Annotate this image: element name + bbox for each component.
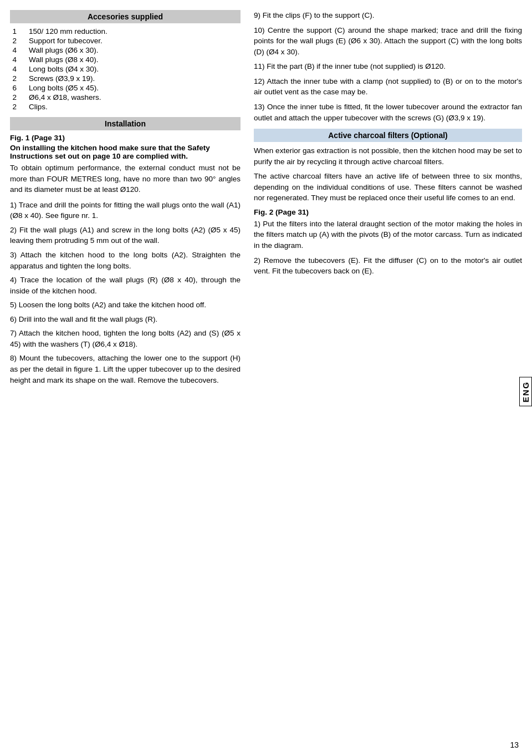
accessory-item: Clips. (27, 102, 241, 111)
accessory-row: 1150/ 120 mm reduction. (10, 27, 241, 36)
accessories-table: 1150/ 120 mm reduction.2Support for tube… (10, 27, 241, 111)
installation-header: Installation (10, 117, 241, 130)
accessory-qty: 4 (10, 55, 27, 64)
right-step-paragraph: 9) Fit the clips (F) to the support (C). (254, 10, 522, 21)
accessory-item: Long bolts (Ø4 x 30). (27, 64, 241, 74)
accessory-row: 4Wall plugs (Ø6 x 30). (10, 45, 241, 55)
accessory-qty: 4 (10, 45, 27, 55)
fig2-step-paragraph: 2) Remove the tubecovers (E). Fit the di… (254, 255, 522, 277)
right-step-paragraph: 13) Once the inner tube is fitted, fit t… (254, 102, 522, 123)
right-step-paragraph: 11) Fit the part (B) if the inner tube (… (254, 61, 522, 72)
accessory-qty: 2 (10, 102, 27, 111)
accessory-row: 4Wall plugs (Ø8 x 40). (10, 55, 241, 64)
fig2-step-paragraph: 1) Put the filters into the lateral drau… (254, 219, 522, 251)
fig1-normal-text: To obtain optimum performance, the exter… (10, 163, 241, 195)
accessory-row: 4Long bolts (Ø4 x 30). (10, 64, 241, 74)
accessories-header: Accesories supplied (10, 10, 241, 23)
step-paragraph: 6) Drill into the wall and fit the wall … (10, 314, 241, 325)
charcoal-para2: The active charcoal filters have an acti… (254, 171, 522, 204)
accessory-qty: 4 (10, 64, 27, 74)
right-step-paragraph: 10) Centre the support (C) around the sh… (254, 25, 522, 58)
charcoal-para1: When exterior gas extraction is not poss… (254, 145, 522, 167)
accessory-row: 6Long bolts (Ø5 x 45). (10, 83, 241, 93)
accessory-qty: 1 (10, 27, 27, 36)
left-column: Accesories supplied 1150/ 120 mm reducti… (10, 10, 248, 389)
installation-block: Fig. 1 (Page 31) On installing the kitch… (10, 134, 241, 195)
right-step-paragraph: 12) Attach the inner tube with a clamp (… (254, 76, 522, 98)
right-column: 9) Fit the clips (F) to the support (C).… (248, 10, 522, 389)
fig2-label: Fig. 2 (Page 31) (254, 208, 522, 216)
fig2-steps: 1) Put the filters into the lateral drau… (254, 219, 522, 277)
step-paragraph: 1) Trace and drill the points for fittin… (10, 200, 241, 221)
accessory-item: Ø6,4 x Ø18, washers. (27, 93, 241, 102)
step-paragraph: 4) Trace the location of the wall plugs … (10, 275, 241, 296)
language-label: ENG (519, 377, 532, 407)
step-paragraph: 7) Attach the kitchen hood, tighten the … (10, 328, 241, 349)
accessory-row: 2Ø6,4 x Ø18, washers. (10, 93, 241, 102)
accessory-row: 2Support for tubecover. (10, 36, 241, 45)
two-column-layout: Accesories supplied 1150/ 120 mm reducti… (10, 10, 522, 389)
step-paragraph: 2) Fit the wall plugs (A1) and screw in … (10, 225, 241, 246)
fig1-bold-text: On installing the kitchen hood make sure… (10, 144, 241, 160)
accessory-row: 2Screws (Ø3,9 x 19). (10, 74, 241, 83)
accessory-item: 150/ 120 mm reduction. (27, 27, 241, 36)
page-number: 13 (510, 740, 519, 749)
accessory-row: 2Clips. (10, 102, 241, 111)
accessory-item: Support for tubecover. (27, 36, 241, 45)
accessory-qty: 2 (10, 74, 27, 83)
charcoal-header: Active charcoal filters (Optional) (254, 129, 522, 142)
fig1-label: Fig. 1 (Page 31) (10, 134, 241, 142)
accessory-item: Screws (Ø3,9 x 19). (27, 74, 241, 83)
step-paragraph: 5) Loosen the long bolts (A2) and take t… (10, 300, 241, 311)
step-paragraph: 3) Attach the kitchen hood to the long b… (10, 250, 241, 271)
accessory-item: Long bolts (Ø5 x 45). (27, 83, 241, 93)
accessory-item: Wall plugs (Ø6 x 30). (27, 45, 241, 55)
page: Accesories supplied 1150/ 120 mm reducti… (0, 0, 532, 756)
right-steps-top: 9) Fit the clips (F) to the support (C).… (254, 10, 522, 123)
accessory-qty: 2 (10, 36, 27, 45)
accessory-qty: 2 (10, 93, 27, 102)
step-paragraph: 8) Mount the tubecovers, attaching the l… (10, 353, 241, 385)
accessory-qty: 6 (10, 83, 27, 93)
accessory-item: Wall plugs (Ø8 x 40). (27, 55, 241, 64)
installation-steps: 1) Trace and drill the points for fittin… (10, 200, 241, 385)
